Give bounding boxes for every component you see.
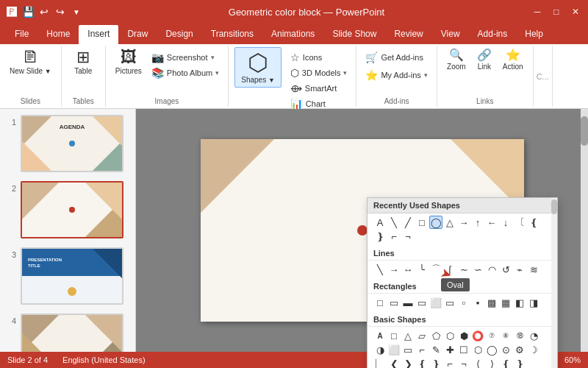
- rect-5[interactable]: ⬜: [429, 296, 442, 309]
- basic-1[interactable]: A: [373, 329, 387, 342]
- shapes-panel-scrollbar-thumb[interactable]: [551, 199, 557, 214]
- basic-20[interactable]: ⬡: [471, 343, 484, 356]
- basic-23[interactable]: ⚙: [513, 343, 526, 356]
- line-elbow[interactable]: ╰: [415, 263, 429, 276]
- basic-12[interactable]: ◔: [527, 329, 540, 342]
- rect-2[interactable]: ▭: [387, 296, 401, 309]
- rect-12[interactable]: ◨: [527, 296, 540, 309]
- maximize-button[interactable]: □: [550, 5, 563, 18]
- basic-26[interactable]: ❮: [387, 357, 401, 368]
- basic-3[interactable]: △: [401, 329, 415, 342]
- line-straight[interactable]: ╲: [373, 263, 387, 276]
- undo-icon[interactable]: ↩: [38, 6, 50, 18]
- basic-7[interactable]: ⬢: [457, 329, 470, 342]
- rect-9[interactable]: ▩: [485, 296, 498, 309]
- tab-slideshow[interactable]: Slide Show: [323, 25, 385, 44]
- zoom-level[interactable]: 60%: [564, 355, 581, 364]
- action-button[interactable]: ⭐ Action: [499, 47, 527, 73]
- vertical-scrollbar[interactable]: [581, 109, 588, 352]
- tab-insert[interactable]: Insert: [79, 25, 118, 44]
- basic-22[interactable]: ⊙: [499, 343, 512, 356]
- shape-brace-l[interactable]: ❴: [527, 216, 540, 229]
- save-icon[interactable]: 💾: [22, 6, 34, 18]
- line-arrow[interactable]: →: [387, 263, 401, 276]
- basic-30[interactable]: ⌐: [443, 357, 456, 368]
- rect-4[interactable]: ▭: [415, 296, 429, 309]
- shape-misc2[interactable]: ¬: [401, 230, 415, 243]
- basic-2[interactable]: □: [387, 329, 401, 342]
- customize-icon[interactable]: ▼: [71, 6, 82, 18]
- shape-triangle[interactable]: △: [443, 216, 456, 229]
- shape-arrow-left[interactable]: ←: [485, 216, 498, 229]
- basic-29[interactable]: ❵: [429, 357, 442, 368]
- scrollbar-thumb[interactable]: [581, 116, 588, 146]
- tab-help[interactable]: Help: [516, 25, 552, 44]
- rect-11[interactable]: ◧: [513, 296, 526, 309]
- smartart-button[interactable]: ⟴ SmartArt: [287, 81, 351, 96]
- tab-file[interactable]: File: [6, 25, 37, 44]
- rect-7[interactable]: ▫: [457, 296, 470, 309]
- basic-4[interactable]: ▱: [415, 329, 429, 342]
- line-spiral[interactable]: ↺: [499, 263, 512, 276]
- shape-line1[interactable]: ╲: [387, 216, 401, 229]
- tab-animations[interactable]: Animations: [262, 25, 323, 44]
- shape-rect[interactable]: □: [415, 216, 429, 229]
- basic-32[interactable]: ⟨: [471, 357, 484, 368]
- basic-28[interactable]: ❴: [415, 357, 429, 368]
- tab-draw[interactable]: Draw: [118, 25, 157, 44]
- screenshot-button[interactable]: 📷 Screenshot ▾: [148, 50, 222, 65]
- zoom-button[interactable]: 🔍 Zoom: [443, 47, 470, 73]
- slide-thumb-3[interactable]: 3 PRESENTATIONTITLE: [3, 244, 132, 308]
- shape-bracket-l[interactable]: 〔: [513, 216, 526, 229]
- rect-1[interactable]: □: [373, 296, 387, 309]
- basic-9[interactable]: ⑦: [485, 329, 498, 342]
- basic-8[interactable]: ⭕: [471, 329, 484, 342]
- basic-16[interactable]: ⌐: [415, 343, 429, 356]
- line-loop[interactable]: ◠: [485, 263, 498, 276]
- basic-11[interactable]: ⑱: [513, 329, 526, 342]
- basic-18[interactable]: ✚: [443, 343, 456, 356]
- basic-13[interactable]: ◑: [373, 343, 387, 356]
- pictures-button[interactable]: 🖼 Pictures: [112, 47, 146, 77]
- rect-8[interactable]: ▪: [471, 296, 484, 309]
- tab-design[interactable]: Design: [157, 25, 201, 44]
- basic-34[interactable]: ❴: [499, 357, 512, 368]
- basic-31[interactable]: ¬: [457, 357, 470, 368]
- shape-misc1[interactable]: ⌐: [387, 230, 401, 243]
- icons-button[interactable]: ☆ Icons: [287, 50, 351, 65]
- shape-oval[interactable]: ◯: [429, 216, 442, 229]
- basic-27[interactable]: ❯: [401, 357, 415, 368]
- line-wave[interactable]: ≋: [527, 263, 540, 276]
- new-slide-button[interactable]: 🖹 New Slide ▼: [6, 47, 55, 77]
- basic-25[interactable]: ⎸: [373, 357, 387, 368]
- my-addins-button[interactable]: ⭐ My Add-ins ▾: [362, 68, 430, 82]
- shape-line2[interactable]: ╱: [401, 216, 415, 229]
- basic-10[interactable]: ⑧: [499, 329, 512, 342]
- basic-19[interactable]: ☐: [457, 343, 470, 356]
- shapes-panel-scrollbar[interactable]: [551, 198, 557, 368]
- line-double-arrow[interactable]: ↔: [401, 263, 415, 276]
- line-arc[interactable]: ∽: [471, 263, 484, 276]
- 3d-models-button[interactable]: ⬡ 3D Models ▾: [287, 66, 351, 80]
- basic-21[interactable]: ◯: [485, 343, 498, 356]
- redo-icon[interactable]: ↪: [54, 6, 66, 18]
- close-button[interactable]: ✕: [569, 5, 582, 18]
- basic-15[interactable]: ▭: [401, 343, 415, 356]
- tab-home[interactable]: Home: [37, 25, 79, 44]
- line-zigzag[interactable]: ⌁: [513, 263, 526, 276]
- tab-transitions[interactable]: Transitions: [202, 25, 262, 44]
- rect-10[interactable]: ▦: [499, 296, 512, 309]
- tab-view[interactable]: View: [432, 25, 469, 44]
- basic-24[interactable]: ☽: [527, 343, 540, 356]
- shapes-button[interactable]: ⬡ Shapes ▼: [234, 47, 282, 88]
- line-scribble[interactable]: ∼: [457, 263, 470, 276]
- basic-5[interactable]: ⬠: [429, 329, 442, 342]
- slide-thumb-1[interactable]: 1 AGENDA: [3, 112, 132, 175]
- rect-6[interactable]: ▭: [443, 296, 456, 309]
- table-button[interactable]: ⊞ Table: [68, 47, 98, 77]
- shape-arrow-right[interactable]: →: [457, 216, 470, 229]
- basic-35[interactable]: ❵: [513, 357, 526, 368]
- basic-14[interactable]: ⬜: [387, 343, 401, 356]
- basic-33[interactable]: ⟩: [485, 357, 498, 368]
- slide-thumb-2[interactable]: 2: [3, 178, 132, 241]
